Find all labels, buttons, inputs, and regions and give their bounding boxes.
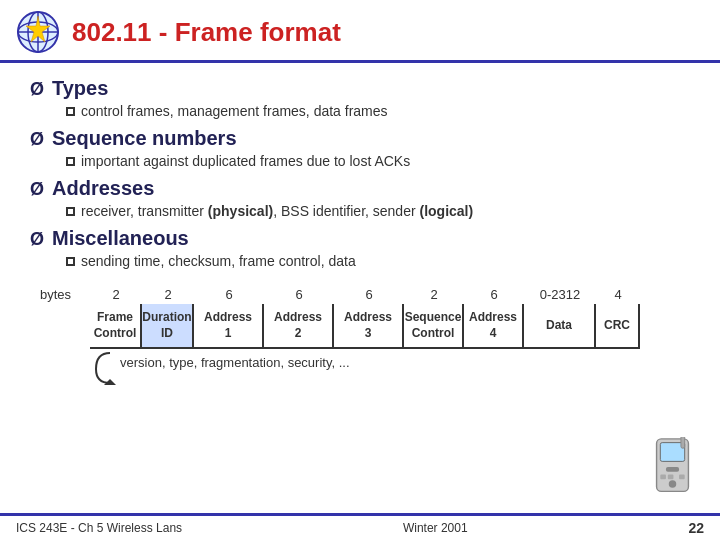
- bullet-sequence: Ø Sequence numbers important against dup…: [30, 127, 690, 169]
- frame-cell-addr3: Address3: [334, 304, 404, 349]
- byte-num-8: 4: [596, 287, 640, 302]
- heading-types: Types: [52, 77, 108, 100]
- frame-table: FrameControl DurationID Address1 Address…: [90, 304, 680, 349]
- frame-diagram: bytes 2 2 6 6 6 2 6 0-2312 4 FrameContro…: [30, 287, 690, 387]
- frame-cell-control: FrameControl: [90, 304, 142, 349]
- bullet-addresses: Ø Addresses receiver, transmitter (physi…: [30, 177, 690, 219]
- byte-num-2: 6: [194, 287, 264, 302]
- footer-course: ICS 243E - Ch 5 Wireless Lans: [16, 521, 182, 535]
- bytes-row: bytes 2 2 6 6 6 2 6 0-2312 4: [40, 287, 680, 302]
- byte-num-0: 2: [90, 287, 142, 302]
- frame-cell-addr1: Address1: [194, 304, 264, 349]
- sub-bullet-icon-1: [66, 107, 75, 116]
- frame-cell-seq: SequenceControl: [404, 304, 464, 349]
- svg-rect-11: [660, 475, 666, 480]
- footer-term: Winter 2001: [403, 521, 468, 535]
- page-title: 802.11 - Frame format: [72, 17, 341, 48]
- svg-rect-9: [666, 467, 679, 472]
- sub-bullet-icon-3: [66, 207, 75, 216]
- frame-cell-crc: CRC: [596, 304, 640, 349]
- frame-cell-addr2: Address2: [264, 304, 334, 349]
- sub-text-addresses: receiver, transmitter (physical), BSS id…: [81, 203, 473, 219]
- header: 802.11 - Frame format: [0, 0, 720, 63]
- logo-icon: [16, 10, 60, 54]
- sub-text-types: control frames, management frames, data …: [81, 103, 388, 119]
- svg-rect-12: [668, 475, 674, 480]
- byte-num-4: 6: [334, 287, 404, 302]
- byte-num-1: 2: [142, 287, 194, 302]
- bytes-numbers: 2 2 6 6 6 2 6 0-2312 4: [90, 287, 680, 302]
- frame-cell-duration: DurationID: [142, 304, 194, 349]
- svg-rect-13: [679, 475, 685, 480]
- byte-num-3: 6: [264, 287, 334, 302]
- frame-cell-addr4: Address4: [464, 304, 524, 349]
- heading-sequence: Sequence numbers: [52, 127, 237, 150]
- phone-icon: [645, 437, 700, 512]
- footer-page: 22: [688, 520, 704, 536]
- heading-addresses: Addresses: [52, 177, 154, 200]
- bullet-arrow-1: Ø: [30, 79, 44, 100]
- svg-point-10: [669, 480, 677, 488]
- main-content: Ø Types control frames, management frame…: [0, 63, 720, 387]
- frame-cell-data: Data: [524, 304, 596, 349]
- sub-bullet-icon-4: [66, 257, 75, 266]
- bullet-arrow-4: Ø: [30, 229, 44, 250]
- bullet-arrow-2: Ø: [30, 129, 44, 150]
- byte-num-7: 0-2312: [524, 287, 596, 302]
- bullet-arrow-3: Ø: [30, 179, 44, 200]
- bullet-misc: Ø Miscellaneous sending time, checksum, …: [30, 227, 690, 269]
- footer: ICS 243E - Ch 5 Wireless Lans Winter 200…: [0, 513, 720, 540]
- sub-text-misc: sending time, checksum, frame control, d…: [81, 253, 356, 269]
- frame-annotation: version, type, fragmentation, security, …: [90, 351, 680, 387]
- sub-bullet-icon-2: [66, 157, 75, 166]
- byte-num-6: 6: [464, 287, 524, 302]
- heading-misc: Miscellaneous: [52, 227, 189, 250]
- bytes-label: bytes: [40, 287, 90, 302]
- annotation-text: version, type, fragmentation, security, …: [120, 351, 350, 370]
- arrow-annotation-icon: [90, 351, 120, 387]
- sub-text-sequence: important against duplicated frames due …: [81, 153, 410, 169]
- bullet-types: Ø Types control frames, management frame…: [30, 77, 690, 119]
- svg-rect-14: [681, 437, 685, 448]
- byte-num-5: 2: [404, 287, 464, 302]
